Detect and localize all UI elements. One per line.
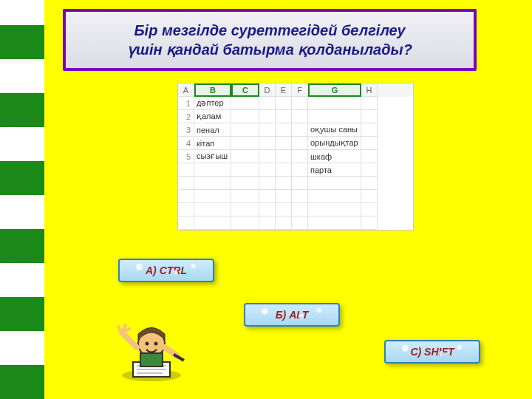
col-header: H [361, 83, 378, 97]
question-line2: үшін қандай батырма қолданылады? [79, 40, 460, 59]
answer-c-label: С) SHIFT [410, 346, 454, 358]
table-row: 3пеналоқушы саны [178, 123, 413, 137]
col-header-selected: B [194, 83, 231, 97]
answer-option-b[interactable]: Б) ALT [244, 303, 340, 327]
table-row: 1дәптер [178, 97, 413, 110]
table-row [178, 190, 413, 203]
student-clipart-icon [111, 310, 192, 384]
col-header-selected: C [231, 83, 259, 97]
sheet-header-row: A B C D E F G H [178, 83, 413, 97]
svg-point-6 [146, 342, 149, 346]
col-header: D [259, 83, 276, 97]
table-row [178, 203, 413, 216]
answer-option-a[interactable]: А) CTRL [118, 259, 214, 282]
svg-point-7 [154, 342, 158, 346]
question-line1: Бір мезгілде суреттегідей белгілеу [79, 21, 460, 40]
answer-a-label: А) CTRL [146, 265, 187, 276]
table-row: 5сызғышшкаф [178, 150, 413, 163]
question-box: Бір мезгілде суреттегідей белгілеу үшін … [63, 9, 477, 71]
table-row [178, 216, 413, 230]
answer-option-c[interactable]: С) SHIFT [384, 340, 480, 364]
col-header: E [276, 83, 292, 97]
answer-b-label: Б) ALT [276, 309, 309, 321]
col-header: A [178, 83, 194, 97]
table-row [178, 177, 413, 190]
table-row: парта [178, 163, 413, 177]
col-header-selected: G [308, 83, 361, 97]
col-header: F [292, 83, 308, 97]
ornament-strip [0, 0, 44, 399]
table-row: 2қалам [178, 110, 413, 123]
spreadsheet: A B C D E F G H 1дәптер 2қалам 3пеналоқу… [177, 83, 414, 231]
table-row: 4кітапорындықтар [178, 137, 413, 150]
svg-rect-9 [140, 353, 163, 366]
